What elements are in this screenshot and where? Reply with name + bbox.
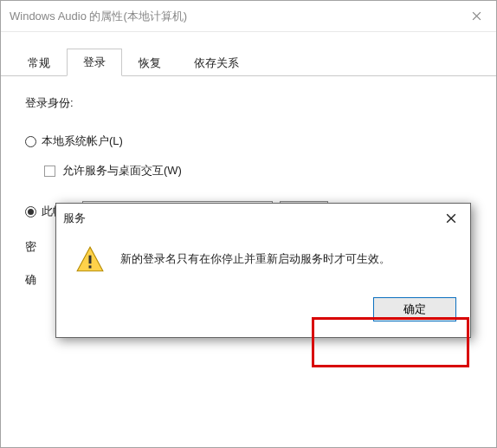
checkbox-interact-row[interactable]: 允许服务与桌面交互(W) (44, 163, 472, 179)
message-dialog: 服务 新的登录名只有在你停止并重新启动服务时才可生效。 确定 (55, 203, 471, 338)
tabstrip: 常规 登录 恢复 依存关系 (1, 32, 496, 76)
dialog-titlebar: 服务 (56, 204, 470, 233)
close-icon[interactable] (439, 211, 463, 226)
checkbox-icon (44, 166, 55, 177)
tab-recovery[interactable]: 恢复 (122, 49, 178, 76)
titlebar: Windows Audio 的属性(本地计算机) (1, 1, 496, 32)
radio-local-system-label: 本地系统帐户(L) (42, 133, 123, 149)
warning-icon (75, 245, 105, 278)
radio-icon (25, 206, 36, 218)
dialog-actions: 确定 (56, 297, 470, 337)
identity-label: 登录身份: (25, 95, 472, 111)
close-icon[interactable] (456, 1, 496, 32)
ok-button[interactable]: 确定 (373, 297, 456, 321)
tab-dependencies[interactable]: 依存关系 (178, 49, 255, 76)
tab-logon[interactable]: 登录 (67, 49, 122, 76)
window-title: Windows Audio 的属性(本地计算机) (1, 9, 456, 24)
svg-rect-1 (89, 256, 92, 264)
radio-icon (25, 136, 36, 147)
dialog-title: 服务 (63, 211, 439, 226)
radio-local-system-row[interactable]: 本地系统帐户(L) (25, 133, 472, 149)
svg-rect-2 (89, 265, 92, 268)
dialog-message: 新的登录名只有在你停止并重新启动服务时才可生效。 (120, 245, 390, 267)
checkbox-interact-label: 允许服务与桌面交互(W) (62, 163, 182, 179)
tab-general[interactable]: 常规 (11, 49, 67, 76)
dialog-body: 新的登录名只有在你停止并重新启动服务时才可生效。 (56, 233, 470, 297)
